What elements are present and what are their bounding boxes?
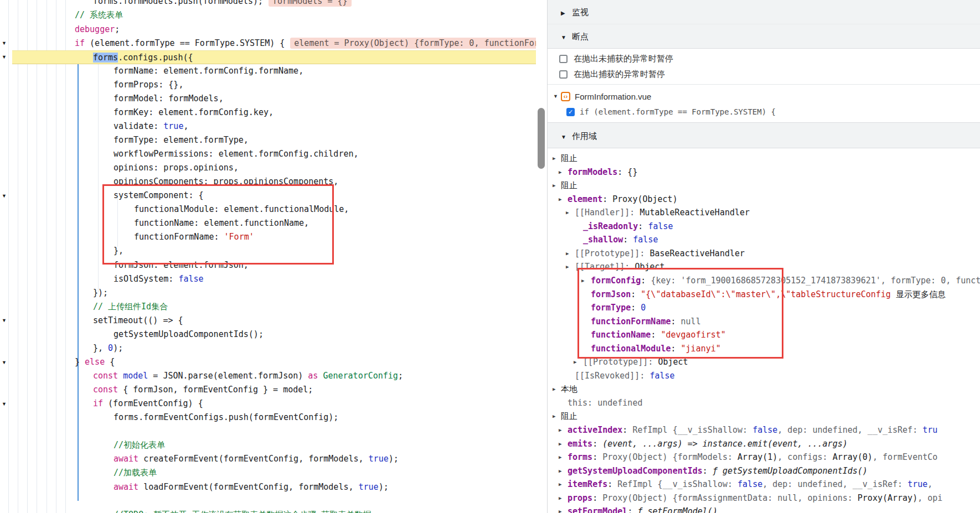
tree-expand-arrow-icon[interactable]: ▶ — [559, 437, 561, 450]
pause-on-uncaught-checkbox[interactable] — [559, 55, 568, 63]
scope-row[interactable]: ▶setFormModel: ƒ setFormModel() — [548, 505, 980, 513]
scope-row[interactable]: ▶阻止 — [548, 152, 980, 165]
debugger-sidebar: ▶监视 ▼断点 在抛出未捕获的异常时暂停 在抛出捕获的异常时暂停 ▼ ‹› Fo… — [547, 0, 980, 513]
code-line[interactable]: await createFormEvent(formEventConfig, f… — [0, 452, 536, 466]
scope-row[interactable]: ▶element: Proxy(Object) — [548, 193, 980, 206]
code-fold-arrow-icon[interactable]: ▼ — [2, 193, 9, 199]
tree-expand-arrow-icon[interactable]: ▶ — [566, 247, 569, 260]
red-annotation-box-editor — [102, 184, 334, 265]
code-editor[interactable]: forms.formModels.push(formModels);formMo… — [0, 0, 536, 513]
chevron-down-icon[interactable]: ▼ — [553, 94, 561, 99]
code-line[interactable]: //TODO: 暂不放开 工作流没有获取表单数据这个步骤 获取表单数据 — [0, 508, 536, 513]
editor-scrollbar-thumb[interactable] — [538, 108, 545, 169]
divider — [548, 84, 980, 85]
watch-section-label: 监视 — [572, 7, 589, 17]
chevron-right-icon: ▶ — [561, 1, 572, 25]
code-line[interactable]: formType: element.formType, — [0, 133, 536, 147]
vue-file-icon: ‹› — [561, 92, 570, 101]
code-line[interactable]: formModel: formModels, — [0, 92, 536, 106]
tree-expand-arrow-icon[interactable]: ▶ — [559, 165, 561, 179]
tree-expand-arrow-icon[interactable]: ▶ — [559, 464, 561, 478]
code-line[interactable]: // 上传组件Id集合 — [0, 300, 536, 314]
code-line[interactable]: debugger; — [0, 23, 536, 37]
scope-row[interactable]: ▶[[Prototype]]: BaseReactiveHandler — [548, 247, 980, 260]
tree-expand-arrow-icon[interactable]: ▶ — [559, 505, 561, 513]
pause-on-caught-exceptions-row[interactable]: 在抛出捕获的异常时暂停 — [548, 67, 980, 81]
code-fold-arrow-icon[interactable]: ▼ — [2, 40, 9, 46]
code-line[interactable]: forms.formEventConfigs.push(formEventCon… — [0, 411, 536, 424]
chevron-down-icon: ▼ — [561, 25, 572, 50]
watch-section-header[interactable]: ▶监视 — [548, 0, 980, 24]
tree-expand-arrow-icon[interactable]: ▶ — [559, 478, 561, 491]
breakpoints-section-label: 断点 — [572, 32, 589, 41]
code-line[interactable]: setTimeout(() => { — [0, 314, 536, 328]
breakpoint-file-group[interactable]: ▼ ‹› FormInformation.vue — [548, 89, 980, 103]
pause-on-uncaught-exceptions-row[interactable]: 在抛出未捕获的异常时暂停 — [548, 51, 980, 66]
tree-expand-arrow-icon[interactable]: ▶ — [553, 410, 555, 423]
scope-row[interactable]: ▶forms: Proxy(Object) {formModels: Array… — [548, 450, 980, 464]
inline-eval-badge: element = Proxy(Object) {formType: 0, fu… — [290, 38, 536, 49]
tree-expand-arrow-icon[interactable]: ▶ — [553, 179, 555, 192]
code-line[interactable]: await loadFormEvent(formEventConfig, for… — [0, 480, 536, 494]
code-line[interactable]: formName: element.formConfig.formName, — [0, 64, 536, 78]
code-line[interactable]: // 系统表单 — [0, 8, 536, 22]
scope-row[interactable]: ▶本地 — [548, 382, 980, 396]
scope-row[interactable]: ▶itemRefs: RefImpl {__v_isShallow: false… — [548, 478, 980, 491]
code-line[interactable]: if (formEventConfig) { — [0, 397, 536, 411]
scope-row[interactable]: ▶[[Handler]]: MutableReactiveHandler — [548, 206, 980, 219]
code-line[interactable]: getSystemUploadComponentIds(); — [0, 328, 536, 341]
scope-row[interactable]: ▶getSystemUploadComponentIds: ƒ getSyste… — [548, 464, 980, 478]
devtools-window: forms.formModels.push(formModels);formMo… — [0, 0, 980, 513]
code-line[interactable]: const { formJson, formEventConfig } = mo… — [0, 383, 536, 397]
code-line[interactable]: formProps: {}, — [0, 78, 536, 92]
chevron-down-icon: ▼ — [561, 124, 572, 150]
code-line[interactable]: }, 0); — [0, 341, 536, 355]
scope-row[interactable]: _shallow: false — [548, 233, 980, 246]
code-line[interactable]: opinions: props.opinions, — [0, 161, 536, 175]
code-line[interactable]: workflowPermissions: element.formConfig.… — [0, 147, 536, 161]
tree-expand-arrow-icon[interactable]: ▶ — [553, 152, 555, 165]
breakpoint-entry-row[interactable]: ✓ if (element.formType == FormType.SYSTE… — [548, 105, 980, 119]
tree-expand-arrow-icon[interactable]: ▶ — [559, 450, 561, 464]
scope-row[interactable]: [[IsRevoked]]: false — [548, 369, 980, 382]
selected-word: forms — [93, 53, 118, 63]
code-fold-arrow-icon[interactable]: ▼ — [2, 54, 9, 60]
tree-expand-arrow-icon[interactable]: ▶ — [553, 382, 555, 396]
editor-scrollbar-track[interactable] — [536, 0, 547, 513]
breakpoints-section-header[interactable]: ▼断点 — [548, 24, 980, 49]
scope-row[interactable]: ▶formModels: {} — [548, 165, 980, 179]
tree-expand-arrow-icon[interactable]: ▶ — [566, 206, 569, 219]
code-line[interactable]: forms.formModels.push(formModels);formMo… — [0, 0, 536, 8]
code-line[interactable]: formKey: element.formConfig.key, — [0, 106, 536, 120]
breakpoint-enabled-checkbox[interactable]: ✓ — [566, 108, 575, 116]
paused-execution-line[interactable]: forms.configs.push({ — [12, 50, 536, 64]
scope-row[interactable]: this: undefined — [548, 396, 980, 410]
code-line[interactable]: //初始化表单 — [0, 438, 536, 452]
pause-on-caught-checkbox[interactable] — [559, 70, 568, 79]
code-line[interactable]: //加载表单 — [0, 466, 536, 480]
code-fold-arrow-icon[interactable]: ▼ — [2, 317, 9, 324]
scope-row[interactable]: ▶activeIndex: RefImpl {__v_isShallow: fa… — [548, 423, 980, 437]
code-line[interactable]: } else { — [0, 355, 536, 369]
code-fold-arrow-icon[interactable]: ▼ — [2, 359, 9, 366]
scope-row[interactable]: ▶阻止 — [548, 179, 980, 192]
code-line[interactable]: validate: true, — [0, 120, 536, 133]
code-line[interactable]: const model = JSON.parse(element.formJso… — [0, 369, 536, 383]
breakpoint-code-snippet[interactable]: if (element.formType == FormType.SYSTEM)… — [580, 107, 776, 116]
pause-on-uncaught-label: 在抛出未捕获的异常时暂停 — [574, 54, 673, 64]
code-line[interactable]: isOldSystem: false — [0, 272, 536, 286]
tree-expand-arrow-icon[interactable]: ▶ — [566, 260, 569, 273]
code-fold-arrow-icon[interactable]: ▼ — [2, 401, 9, 407]
tree-expand-arrow-icon[interactable]: ▶ — [559, 423, 561, 437]
scope-row[interactable]: ▶props: Proxy(Object) {formAssignmentDat… — [548, 491, 980, 505]
scope-row[interactable]: ▶emits: (event, ...args) => instance.emi… — [548, 437, 980, 450]
tree-expand-arrow-icon[interactable]: ▶ — [559, 491, 561, 505]
tree-expand-arrow-icon[interactable]: ▶ — [574, 355, 576, 369]
scope-row[interactable]: ▶阻止 — [548, 410, 980, 423]
scope-row[interactable]: _isReadonly: false — [548, 220, 980, 233]
tree-expand-arrow-icon[interactable]: ▶ — [559, 193, 561, 206]
scope-section-header[interactable]: ▼作用域 — [548, 122, 980, 148]
code-line[interactable]: if (element.formType == FormType.SYSTEM)… — [0, 37, 536, 50]
red-annotation-box-scope — [577, 268, 783, 359]
code-line[interactable]: }); — [0, 286, 536, 300]
